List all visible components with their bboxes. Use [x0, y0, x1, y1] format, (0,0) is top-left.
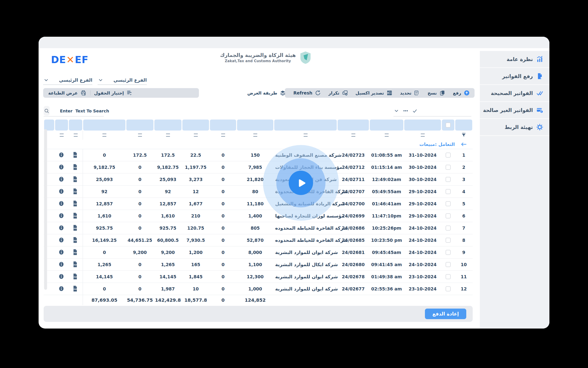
cell-discount: 0 [210, 234, 237, 246]
info-icon[interactable] [58, 164, 65, 171]
sidebar-item-1[interactable]: رفع الفواتير [480, 68, 549, 84]
row-checkbox[interactable] [446, 153, 451, 158]
info-icon[interactable] [58, 225, 65, 231]
row-checkbox[interactable] [446, 189, 451, 194]
info-icon[interactable] [58, 188, 65, 195]
cell-before: 1,100 [237, 258, 274, 270]
pdf-icon[interactable]: PDF [72, 200, 79, 207]
info-icon[interactable] [58, 200, 65, 207]
info-icon[interactable] [58, 261, 65, 268]
column-header-net[interactable] [154, 120, 182, 130]
row-checkbox[interactable] [446, 262, 451, 267]
row-checkbox[interactable] [446, 165, 451, 170]
cell-name: مؤسسة لوزان للتجارة لصاحبها [274, 210, 337, 222]
cell-number: 24/02680 [337, 258, 369, 270]
column-header-discount[interactable] [210, 120, 236, 130]
pdf-icon[interactable]: PDF [72, 225, 79, 231]
filter-equals-icon[interactable] [221, 134, 225, 137]
toolbar-button-fields[interactable]: إختيار الحقول [90, 90, 136, 96]
pdf-icon[interactable]: PDF [72, 188, 79, 195]
filter-equals-icon[interactable] [102, 134, 106, 137]
info-icon[interactable] [58, 273, 65, 280]
column-header-number[interactable] [338, 120, 369, 130]
row-checkbox[interactable] [446, 213, 451, 218]
column-header-paid[interactable] [126, 120, 154, 130]
toolbar-button-select[interactable]: تحديد [396, 90, 424, 96]
cell-paid: 0 [126, 210, 154, 222]
info-icon[interactable] [58, 237, 65, 244]
pdf-icon[interactable]: PDF [72, 176, 79, 183]
info-icon[interactable] [58, 249, 65, 256]
info-icon[interactable] [58, 152, 65, 158]
search-icon[interactable] [44, 106, 50, 116]
cell-remaining: 92 [83, 186, 126, 198]
toolbar-button-refresh[interactable]: Refresh [290, 90, 325, 96]
sidebar-item-0[interactable]: نظرة عامة [480, 51, 549, 67]
filter-equals-icon[interactable] [304, 134, 308, 137]
branch-select-1[interactable]: الفرع الرئيسي [43, 76, 92, 85]
sidebar-item-4[interactable]: تهيئة الربط [480, 119, 549, 135]
info-icon[interactable] [58, 285, 65, 292]
toolbar-button-copy[interactable]: نسخ [424, 90, 449, 96]
row-checkbox[interactable] [446, 274, 451, 279]
filter-equals-icon[interactable] [74, 134, 78, 137]
pdf-icon[interactable]: PDF [72, 261, 79, 268]
total-net: 142,429.8 [154, 295, 182, 305]
cell-pdf: PDF [68, 210, 83, 222]
pdf-icon[interactable]: PDF [72, 285, 79, 292]
sidebar-item-label: الفواتير الغير صالحة [483, 107, 533, 113]
pdf-icon[interactable]: PDF [72, 212, 79, 219]
vertical-scrollbar[interactable] [44, 129, 47, 290]
chevron-down-icon[interactable] [394, 108, 399, 114]
info-icon[interactable] [58, 176, 65, 183]
filter-equals-icon[interactable] [253, 134, 257, 137]
toolbar-button-duplicate[interactable]: تكرار [325, 90, 352, 96]
arrow-left-icon[interactable] [455, 141, 473, 148]
pdf-icon[interactable]: PDF [72, 249, 79, 256]
filter-equals-icon[interactable] [138, 134, 142, 137]
search-input[interactable] [50, 109, 110, 113]
cell-info [55, 222, 68, 234]
column-header-name[interactable] [274, 120, 337, 130]
filter-equals-icon[interactable] [194, 134, 198, 137]
toolbar-button-excel[interactable]: تصدير اكسيل [352, 90, 396, 96]
toolbar-button-printer[interactable]: عرض الطباعة [45, 90, 90, 96]
row-checkbox[interactable] [446, 286, 451, 291]
toolbar-button-upload-circle[interactable]: رفع [449, 90, 474, 96]
column-header-check[interactable] [442, 120, 454, 130]
play-button[interactable] [289, 171, 313, 195]
cell-date: 24-10-2024 [404, 234, 442, 246]
filter-equals-icon[interactable] [385, 134, 389, 137]
more-dots-icon[interactable] [403, 108, 409, 114]
filter-funnel-icon[interactable] [455, 130, 473, 140]
filter-equals-icon[interactable] [166, 134, 170, 137]
row-checkbox[interactable] [446, 250, 451, 255]
info-icon[interactable] [58, 212, 65, 219]
row-checkbox[interactable] [446, 177, 451, 182]
filter-equals-icon[interactable] [60, 134, 64, 137]
row-checkbox[interactable] [446, 201, 451, 206]
sidebar-item-3[interactable]: الفواتير الغير صالحة [480, 102, 549, 118]
cell-discount: 0 [210, 283, 237, 295]
pdf-icon[interactable]: PDF [72, 273, 79, 280]
column-header-tax[interactable] [182, 120, 209, 130]
filter-equals-icon[interactable] [421, 134, 425, 137]
sidebar-item-2[interactable]: الفواتير الصحيحة [480, 85, 549, 101]
check-icon[interactable] [412, 108, 418, 114]
filter-equals-icon[interactable] [351, 134, 355, 137]
cell-info [55, 186, 68, 198]
select-all-checkbox[interactable] [446, 122, 451, 128]
pdf-icon[interactable]: PDF [72, 164, 79, 171]
column-header-time[interactable] [370, 120, 403, 130]
column-header-date[interactable] [404, 120, 441, 130]
cell-discount: 0 [210, 198, 237, 210]
row-checkbox[interactable] [446, 238, 451, 243]
pdf-icon[interactable]: PDF [72, 237, 79, 244]
toolbar-button-layers[interactable]: طريقة العرض [244, 90, 290, 96]
branch-select-2[interactable]: الفرع الرئيسي [98, 76, 147, 85]
repay-button[interactable]: إعادة الدفع [425, 309, 466, 319]
column-header-remaining[interactable] [83, 120, 125, 130]
column-header-before[interactable] [237, 120, 273, 130]
pdf-icon[interactable]: PDF [72, 152, 79, 158]
row-checkbox[interactable] [446, 226, 451, 230]
